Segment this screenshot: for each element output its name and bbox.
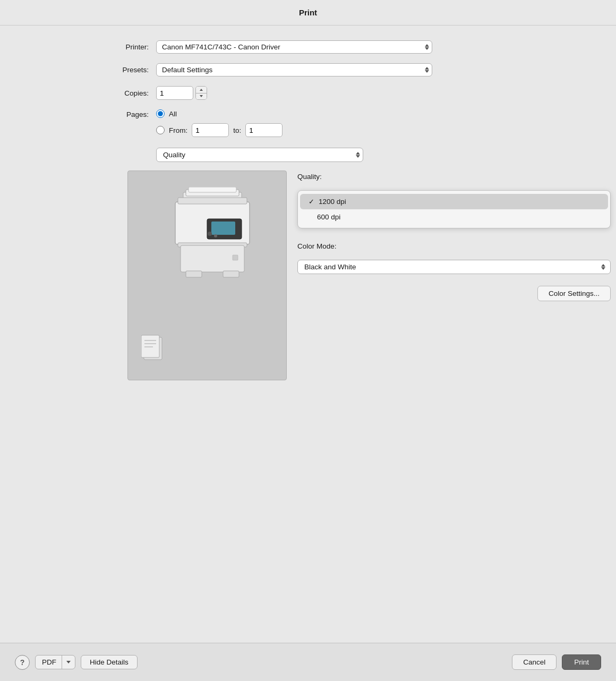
settings-panel: Quality: ✓ 1200 dpi 600 dpi Color Mode: … bbox=[297, 171, 611, 380]
copies-decrement-button[interactable] bbox=[196, 93, 207, 100]
copies-label: Copies: bbox=[85, 89, 149, 97]
decrement-arrow-icon bbox=[200, 95, 203, 97]
docs-icon bbox=[141, 333, 168, 364]
presets-select-wrapper: Default Settings bbox=[156, 63, 432, 76]
pages-from-input[interactable] bbox=[192, 123, 229, 137]
lower-panel: Quality: ✓ 1200 dpi 600 dpi Color Mode: … bbox=[85, 171, 531, 380]
svg-point-7 bbox=[208, 232, 212, 236]
svg-rect-6 bbox=[211, 222, 235, 235]
bottom-bar: ? PDF Hide Details Cancel Print bbox=[0, 643, 616, 681]
main-content: Printer: Canon MF741C/743C - Canon Drive… bbox=[0, 25, 616, 643]
pdf-button-group: PDF bbox=[35, 655, 75, 669]
pages-section: All From: to: bbox=[156, 109, 283, 137]
pages-all-label[interactable]: All bbox=[169, 110, 177, 118]
printer-select[interactable]: Canon MF741C/743C - Canon Driver bbox=[156, 40, 432, 54]
pages-all-radio[interactable] bbox=[156, 109, 165, 118]
title-bar: Print bbox=[0, 0, 616, 25]
pages-row: Pages: All From: to: bbox=[85, 109, 531, 137]
help-button[interactable]: ? bbox=[15, 655, 30, 670]
presets-label: Presets: bbox=[85, 66, 149, 74]
quality-section-title: Quality: bbox=[297, 173, 611, 181]
svg-rect-13 bbox=[233, 255, 238, 260]
printer-preview bbox=[127, 171, 287, 380]
increment-arrow-icon bbox=[200, 89, 203, 91]
copies-input-group bbox=[156, 86, 207, 100]
svg-point-8 bbox=[214, 234, 217, 237]
presets-row: Presets: Default Settings bbox=[85, 63, 531, 76]
print-button[interactable]: Print bbox=[562, 654, 601, 670]
pages-from-radio[interactable] bbox=[156, 126, 165, 134]
printer-label: Printer: bbox=[85, 43, 149, 51]
svg-rect-15 bbox=[141, 335, 159, 357]
pages-all-row: All bbox=[156, 109, 283, 118]
pdf-label[interactable]: PDF bbox=[36, 656, 62, 669]
checkmark-icon: ✓ bbox=[309, 198, 314, 206]
svg-rect-2 bbox=[189, 187, 236, 192]
copies-row: Copies: bbox=[85, 86, 531, 100]
presets-select[interactable]: Default Settings bbox=[156, 63, 432, 76]
svg-rect-12 bbox=[223, 271, 239, 277]
printer-row: Printer: Canon MF741C/743C - Canon Drive… bbox=[85, 40, 531, 54]
pages-to-label: to: bbox=[233, 126, 241, 134]
pages-from-row: From: to: bbox=[156, 123, 283, 137]
color-settings-button[interactable]: Color Settings... bbox=[537, 286, 611, 301]
pages-from-label[interactable]: From: bbox=[169, 126, 187, 134]
quality-option-600dpi[interactable]: 600 dpi bbox=[298, 209, 610, 225]
printer-select-wrapper: Canon MF741C/743C - Canon Driver bbox=[156, 40, 432, 54]
hide-details-button[interactable]: Hide Details bbox=[81, 655, 138, 669]
copies-increment-button[interactable] bbox=[196, 87, 207, 93]
quality-panel-select[interactable]: Quality bbox=[156, 148, 363, 162]
window-title: Print bbox=[299, 8, 317, 17]
svg-rect-4 bbox=[178, 198, 247, 204]
pages-label: Pages: bbox=[85, 109, 149, 118]
quality-dropdown-popup: ✓ 1200 dpi 600 dpi bbox=[297, 190, 611, 228]
quality-option-1200dpi[interactable]: ✓ 1200 dpi bbox=[300, 194, 608, 209]
color-mode-select[interactable]: Black and White Color Auto bbox=[297, 260, 611, 274]
cancel-button[interactable]: Cancel bbox=[512, 654, 557, 670]
quality-option-1200dpi-label: 1200 dpi bbox=[319, 198, 346, 206]
copies-stepper bbox=[195, 86, 207, 100]
pages-to-input[interactable] bbox=[245, 123, 283, 137]
quality-trigger-section: Quality bbox=[85, 148, 531, 162]
pdf-arrow-icon bbox=[66, 661, 71, 663]
pdf-dropdown-button[interactable] bbox=[62, 658, 75, 666]
color-mode-label: Color Mode: bbox=[297, 242, 611, 250]
printer-illustration bbox=[154, 187, 260, 304]
svg-rect-11 bbox=[186, 271, 202, 277]
quality-option-600dpi-label: 600 dpi bbox=[317, 213, 340, 221]
quality-select-wrapper: Quality bbox=[156, 148, 363, 162]
color-mode-select-wrapper: Black and White Color Auto bbox=[297, 260, 611, 274]
copies-input[interactable] bbox=[156, 86, 193, 100]
